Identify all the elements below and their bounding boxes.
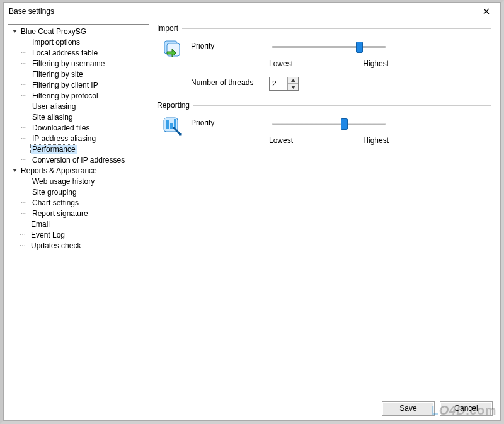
settings-dialog: Base settings Blue Coat ProxySG (3, 2, 501, 421)
slider-min-label: Lowest (269, 136, 293, 145)
import-icon (162, 39, 182, 59)
import-group-title: Import (157, 24, 178, 33)
import-group: Import Priority (157, 24, 491, 97)
settings-panel: Import Priority (152, 20, 500, 396)
tree-label: Local address table (31, 49, 99, 57)
tree-node-ip-conversion[interactable]: ⋯Conversion of IP addresses (20, 154, 149, 165)
tree-node-bluecoat[interactable]: Blue Coat ProxySG (9, 26, 149, 37)
import-priority-slider[interactable] (269, 40, 389, 53)
slider-min-label: Lowest (269, 59, 293, 68)
tree-node-user-aliasing[interactable]: ⋯User aliasing (20, 101, 149, 112)
tree-node-filter-protocol[interactable]: ⋯Filtering by protocol (20, 90, 149, 101)
tree-label: Reports & Appearance (20, 166, 98, 175)
import-priority-label: Priority (191, 40, 263, 50)
close-icon (483, 8, 490, 14)
tree-label: Performance (31, 145, 77, 154)
titlebar: Base settings (4, 3, 500, 20)
chevron-down-icon[interactable] (11, 167, 18, 175)
tree-label: Email (30, 220, 51, 229)
nav-tree: Blue Coat ProxySG ⋯Import options ⋯Local… (8, 26, 149, 251)
slider-thumb[interactable] (341, 118, 348, 130)
tree-label: Import options (31, 38, 81, 47)
threads-input[interactable] (270, 77, 287, 90)
tree-node-performance[interactable]: ⋯Performance (20, 144, 149, 154)
spinner-up-button[interactable] (288, 77, 298, 84)
tree-label: Site aliasing (31, 113, 74, 122)
tree-node-local-address[interactable]: ⋯Local address table (20, 47, 149, 58)
divider (193, 105, 491, 106)
threads-spinner[interactable] (269, 77, 299, 91)
tree-node-filter-clientip[interactable]: ⋯Filtering by client IP (20, 79, 149, 90)
tree-label: Downloaded files (31, 123, 91, 132)
svg-rect-3 (166, 120, 169, 129)
tree-label: Filtering by client IP (31, 81, 100, 89)
reporting-priority-label: Priority (191, 117, 263, 127)
tree-node-report-signature[interactable]: ⋯Report signature (20, 208, 149, 219)
tree-node-ip-aliasing[interactable]: ⋯IP address aliasing (20, 133, 149, 144)
tree-label: Site grouping (31, 188, 78, 197)
content-area: Blue Coat ProxySG ⋯Import options ⋯Local… (4, 20, 500, 396)
tree-label: Updates check (30, 241, 82, 250)
tree-label: Report signature (31, 209, 89, 218)
tree-label: Blue Coat ProxySG (20, 27, 88, 36)
tree-node-updates-check[interactable]: ⋯Updates check (9, 240, 149, 251)
close-button[interactable] (472, 3, 500, 20)
nav-tree-panel: Blue Coat ProxySG ⋯Import options ⋯Local… (8, 24, 149, 392)
tree-label: Conversion of IP addresses (31, 156, 126, 164)
tree-label: Filtering by site (31, 70, 84, 79)
svg-rect-4 (170, 123, 173, 129)
tree-label: Filtering by protocol (31, 91, 100, 100)
tree-label: Filtering by username (31, 59, 106, 68)
tree-node-chart-settings[interactable]: ⋯Chart settings (20, 197, 149, 208)
chevron-down-icon[interactable] (11, 28, 18, 35)
tree-node-event-log[interactable]: ⋯Event Log (9, 229, 149, 240)
tree-label: IP address aliasing (31, 134, 97, 143)
slider-max-label: Highest (363, 59, 389, 68)
tree-node-filter-username[interactable]: ⋯Filtering by username (20, 58, 149, 69)
slider-thumb[interactable] (356, 42, 363, 53)
dialog-footer: Save Cancel (4, 396, 500, 420)
tree-label: User aliasing (31, 102, 77, 111)
tree-node-web-usage[interactable]: ⋯Web usage history (20, 176, 149, 186)
spinner-down-button[interactable] (288, 84, 298, 90)
tree-node-site-aliasing[interactable]: ⋯Site aliasing (20, 112, 149, 122)
tree-label: Web usage history (31, 177, 96, 186)
tree-node-email[interactable]: ⋯Email (9, 219, 149, 229)
reporting-icon (162, 116, 182, 136)
tree-node-site-grouping[interactable]: ⋯Site grouping (20, 186, 149, 197)
reporting-group: Reporting (157, 101, 491, 151)
tree-node-downloaded-files[interactable]: ⋯Downloaded files (20, 122, 149, 133)
divider (182, 28, 491, 29)
tree-node-filter-site[interactable]: ⋯Filtering by site (20, 69, 149, 79)
cancel-button[interactable]: Cancel (440, 401, 493, 416)
reporting-group-title: Reporting (157, 101, 190, 110)
slider-max-label: Highest (363, 136, 389, 145)
reporting-priority-slider[interactable] (269, 117, 389, 130)
tree-label: Event Log (30, 231, 66, 239)
tree-node-reports[interactable]: Reports & Appearance (9, 165, 149, 176)
tree-label: Chart settings (31, 198, 80, 207)
tree-node-import-options[interactable]: ⋯Import options (20, 37, 149, 47)
threads-label: Number of threads (191, 77, 263, 87)
save-button[interactable]: Save (382, 401, 435, 416)
window-title: Base settings (9, 7, 472, 16)
